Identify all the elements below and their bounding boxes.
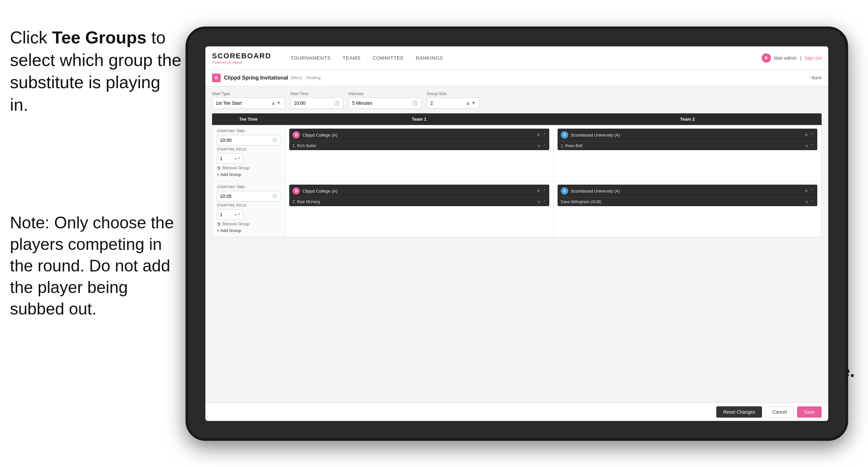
trash-icon-1: 🗑 — [217, 166, 221, 170]
nav-separator: | — [800, 55, 801, 61]
team1-expand-icon-1[interactable]: ⌃ — [542, 133, 546, 137]
player-x-icon-1-2[interactable]: ✕ — [537, 200, 540, 204]
starting-hole-value-1: 1 — [220, 156, 223, 161]
team2-group-header-1: S Scoreboard University (A) ✕ ⌃ — [558, 128, 818, 142]
add-group-btn-1[interactable]: + Add Group — [217, 172, 280, 177]
team2-controls-2: ✕ ⌃ — [805, 188, 814, 193]
nav-right: B blair admin | Sign out — [762, 53, 822, 63]
group-size-input[interactable]: 2 ▲▼ — [427, 97, 480, 109]
starting-time-value-1: 10:00 — [220, 138, 231, 143]
sub-header-badge: B — [212, 74, 221, 82]
player-expand-2-2[interactable]: ⌃ — [811, 200, 814, 204]
team1-expand-icon-2[interactable]: ⌃ — [542, 188, 546, 193]
starting-time-input-1[interactable]: 10:00 🕐 — [217, 135, 280, 146]
start-time-input[interactable]: 10:00 🕐 — [290, 97, 343, 109]
player-row-2-2: Dave Billingham (SUB) ✕ ⌃ — [558, 198, 818, 206]
instruction-line1: Click — [10, 28, 52, 47]
team1-group-header-2: B Clippd College (A) ✕ ⌃ — [289, 185, 549, 198]
starting-time-label-1: STARTING TIME: — [217, 129, 280, 133]
starting-hole-input-1[interactable]: 1 ▲▼ — [217, 153, 244, 164]
starting-time-value-2: 10:05 — [220, 194, 231, 199]
team2-x-icon-1[interactable]: ✕ — [805, 133, 808, 137]
time-icon-1: 🕐 — [272, 138, 277, 143]
nav-teams[interactable]: TEAMS — [337, 52, 366, 63]
nav-sign-out[interactable]: Sign out — [805, 55, 822, 61]
player-x-icon-1-1[interactable]: ✕ — [537, 144, 540, 148]
intervals-input[interactable]: 5 Minutes 🕐 — [348, 97, 422, 109]
team2-expand-icon-1[interactable]: ⌃ — [811, 133, 814, 137]
player-controls-1-1: ✕ ⌃ — [537, 144, 546, 148]
starting-time-input-2[interactable]: 10:05 🕐 — [217, 191, 280, 202]
start-type-field: Start Type 1st Tee Start ▲▼ — [212, 91, 285, 109]
reset-changes-button[interactable]: Reset Changes — [716, 406, 762, 418]
team2-expand-icon-2[interactable]: ⌃ — [811, 188, 814, 193]
player-expand-1-2[interactable]: ⌃ — [543, 200, 546, 204]
logo-area: SCOREBOARD Powered by clippd — [212, 52, 271, 64]
team2-group-header-2: S Scoreboard University (A) ✕ ⌃ — [558, 185, 818, 198]
group-row-2: STARTING TIME: 10:05 🕐 STARTING HOLE: 1 … — [212, 181, 821, 237]
team2-controls-1: ✕ ⌃ — [805, 133, 814, 137]
player-x-icon-2-2[interactable]: ✕ — [805, 200, 808, 204]
player-name-1-2: 2. Blair McHarg — [292, 200, 537, 204]
team2-header: Team 2 — [553, 113, 822, 125]
player-expand-1-1[interactable]: ⌃ — [543, 144, 546, 148]
note-label: Note: — [10, 213, 54, 232]
team2-panel-2: S Scoreboard University (A) ✕ ⌃ Dave Bil… — [554, 181, 822, 237]
tee-time-panel-2: STARTING TIME: 10:05 🕐 STARTING HOLE: 1 … — [212, 181, 285, 237]
teams-area-1: B Clippd College (A) ✕ ⌃ 1. Rich Butler — [285, 125, 821, 181]
sub-header-hosting: Hosting — [306, 75, 321, 80]
team1-x-icon-2[interactable]: ✕ — [537, 188, 540, 193]
player-row-2-1: 1. Rees Britt ✕ ⌃ — [558, 142, 818, 150]
clock-icon-2: 🕐 — [412, 100, 418, 106]
group-row-1: STARTING TIME: 10:00 🕐 STARTING HOLE: 1 … — [212, 125, 821, 181]
nav-tournaments[interactable]: TOURNAMENTS — [285, 52, 337, 63]
save-button[interactable]: Save — [797, 406, 822, 418]
remove-group-btn-2[interactable]: 🗑 Remove Group — [217, 222, 280, 226]
team1-controls-1: ✕ ⌃ — [537, 133, 546, 137]
group-size-spinner: ▲▼ — [465, 100, 476, 106]
remove-group-label-1: Remove Group — [222, 166, 249, 170]
team1-name-2: Clippd College (A) — [303, 188, 537, 194]
team2-badge-1: S — [561, 131, 568, 139]
team1-name-1: Clippd College (A) — [303, 133, 537, 138]
back-button[interactable]: ‹ Back — [809, 75, 822, 80]
team1-panel-1: B Clippd College (A) ✕ ⌃ 1. Rich Butler — [285, 125, 554, 181]
clock-icon: 🕐 — [334, 100, 340, 106]
logo-text: SCOREBOARD — [212, 52, 271, 60]
player-x-icon-2-1[interactable]: ✕ — [805, 144, 808, 148]
groups-container: STARTING TIME: 10:00 🕐 STARTING HOLE: 1 … — [212, 125, 822, 237]
remove-group-btn-1[interactable]: 🗑 Remove Group — [217, 166, 280, 170]
starting-time-label-2: STARTING TIME: — [217, 185, 280, 189]
tablet-screen: SCOREBOARD Powered by clippd TOURNAMENTS… — [206, 47, 828, 421]
team1-badge-1: B — [292, 131, 300, 139]
hole-spinner-1: ▲▼ — [234, 157, 241, 160]
team1-group-header-1: B Clippd College (A) ✕ ⌃ — [289, 128, 549, 142]
time-icon-2: 🕐 — [272, 194, 277, 199]
team1-controls-2: ✕ ⌃ — [537, 188, 546, 193]
top-nav: SCOREBOARD Powered by clippd TOURNAMENTS… — [206, 47, 828, 69]
cancel-button[interactable]: Cancel — [765, 406, 794, 418]
intervals-field: Intervals 5 Minutes 🕐 — [348, 91, 422, 109]
nav-committee[interactable]: COMMITTEE — [366, 52, 410, 63]
group-size-field: Group Size 2 ▲▼ — [427, 91, 480, 109]
team2-x-icon-2[interactable]: ✕ — [805, 188, 808, 193]
hole-spinner-2: ▲▼ — [234, 213, 241, 216]
bottom-bar: Reset Changes Cancel Save — [206, 403, 828, 421]
player-row-1-2: 2. Blair McHarg ✕ ⌃ — [289, 198, 549, 206]
start-type-spinner: ▲▼ — [271, 100, 281, 106]
add-group-btn-2[interactable]: + Add Group — [217, 228, 280, 233]
group-size-value: 2 — [430, 100, 433, 106]
table-header: Tee Time Team 1 Team 2 — [212, 113, 822, 125]
starting-hole-label-2: STARTING HOLE: — [217, 204, 280, 207]
nav-rankings[interactable]: RANKINGS — [410, 52, 449, 63]
starting-hole-input-2[interactable]: 1 ▲▼ — [217, 209, 244, 220]
player-expand-2-1[interactable]: ⌃ — [811, 144, 814, 148]
team1-x-icon-1[interactable]: ✕ — [537, 133, 540, 137]
player-name-1-1: 1. Rich Butler — [292, 144, 537, 148]
player-row-1-1: 1. Rich Butler ✕ ⌃ — [289, 142, 549, 150]
content-area: Start Type 1st Tee Start ▲▼ Start Time 1… — [206, 86, 828, 403]
start-type-input[interactable]: 1st Tee Start ▲▼ — [212, 97, 285, 109]
instruction-bold1: Tee Groups — [52, 28, 147, 47]
intervals-value: 5 Minutes — [352, 100, 372, 106]
player-controls-2-2: ✕ ⌃ — [805, 200, 814, 204]
